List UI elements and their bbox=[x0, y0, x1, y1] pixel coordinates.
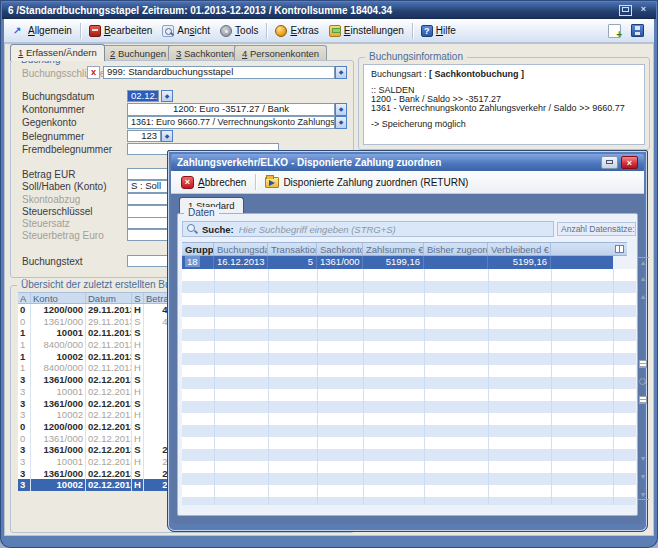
table-row[interactable]: 3 1361/000 02.12.2013 S 269 bbox=[18, 468, 180, 480]
buchungsdatum-input[interactable]: 02.12.2013 bbox=[127, 90, 159, 102]
application-window: 6 /Standardbuchungsstapel Zeitraum: 01.2… bbox=[0, 0, 658, 548]
kontonummer-dropdown-icon[interactable]: ◆ bbox=[335, 103, 347, 116]
table-row[interactable]: 3 1361/000 02.12.2013 S 39 bbox=[18, 374, 180, 386]
buchungsschluessel-combo[interactable]: 999: Standardbuchungsstapel bbox=[103, 66, 335, 79]
tab-buchungen[interactable]: 2 Buchungen bbox=[102, 45, 174, 61]
edit-book-icon bbox=[89, 25, 101, 37]
scroll-down-icon[interactable]: ▼ bbox=[637, 472, 649, 482]
table-row[interactable]: 0 1361/000 02.12.2013 H 94 bbox=[18, 433, 180, 445]
table-row[interactable]: 1 10001 02.11.2013 S 39 bbox=[18, 327, 180, 339]
table-row[interactable]: 3 10002 02.12.2013 H 54 bbox=[18, 409, 180, 421]
table-row[interactable]: 3 10001 02.12.2013 H 39 bbox=[18, 386, 180, 398]
menu-ansicht[interactable]: Ansicht bbox=[157, 23, 215, 39]
label-kontonummer: Kontonummer bbox=[22, 104, 85, 115]
tab-personenkonten[interactable]: 4 Personenkonten bbox=[234, 45, 327, 61]
menu-hilfe[interactable]: ? Hilfe bbox=[416, 23, 461, 39]
label-steuerschluessel: Steuerschlüssel bbox=[22, 206, 93, 217]
group-buchungsinformation: Buchungsinformation Buchungsart : [ Sach… bbox=[358, 57, 650, 150]
scroll-pagedown-icon[interactable]: ▼ bbox=[637, 454, 649, 464]
extras-gem-icon bbox=[275, 25, 287, 37]
table-row[interactable]: 0 1200/000 02.12.2013 S 94 bbox=[18, 421, 180, 433]
payment-row-selected[interactable]: 18 16.12.2013 /Mo 5 1361/000 5199,16 519… bbox=[182, 256, 613, 269]
label-buchungstext: Buchungstext bbox=[22, 256, 83, 267]
scroll-up-icon[interactable]: ▲ bbox=[637, 274, 649, 284]
info-box: Buchungsart : [ Sachkontobuchung ] :: SA… bbox=[363, 64, 645, 145]
label-steuerbetrag: Steuerbetrag Euro bbox=[22, 230, 104, 241]
label-skontoabzug: Skontoabzug bbox=[22, 194, 80, 205]
dialog-close-icon[interactable]: × bbox=[621, 156, 638, 169]
scroll-first-icon[interactable]: ▲ bbox=[637, 257, 649, 267]
tab-erfassen-aendern[interactable]: 1 Erfassen/Ändern bbox=[10, 44, 105, 61]
table-row[interactable]: 0 1361/000 29.11.2013 S 446 bbox=[18, 316, 180, 328]
table-row[interactable]: 3 10001 02.12.2013 H 249 bbox=[18, 456, 180, 468]
buchungsschluessel-dropdown-icon[interactable]: ◆ bbox=[335, 66, 347, 79]
save-icon[interactable] bbox=[631, 24, 644, 37]
menu-einstellungen[interactable]: Einstellungen bbox=[324, 23, 409, 39]
dialog-disponierte-zahlung: Zahlungsverkehr/ELKO - Disponierte Zahlu… bbox=[167, 150, 648, 532]
bookings-table: A Konto Datum S Betrag € 0 1200/000 29.1… bbox=[18, 292, 180, 491]
settings-panel-icon bbox=[329, 25, 341, 37]
table-row[interactable]: 3 1361/000 02.12.2013 S 54 bbox=[18, 398, 180, 410]
empty-rows-area bbox=[182, 269, 636, 505]
label-buchungsdatum: Buchungsdatum bbox=[22, 91, 94, 102]
restore-window-icon[interactable] bbox=[619, 5, 632, 16]
menu-bar: ↗ Allgemein Bearbeiten Ansicht Tools Ext… bbox=[4, 19, 654, 43]
payments-table-header[interactable]: Gruppe Buchungsdatum Transaktion Sachkon… bbox=[182, 242, 627, 256]
menu-separator bbox=[80, 23, 81, 39]
assign-payment-button[interactable]: Disponierte Zahlung zuordnen (RETURN) bbox=[260, 175, 473, 190]
gear-icon bbox=[220, 25, 232, 37]
list-view-icon[interactable] bbox=[639, 396, 647, 404]
menu-bearbeiten[interactable]: Bearbeiten bbox=[84, 23, 157, 39]
label-belegnummer: Belegnummer bbox=[22, 131, 84, 142]
cancel-button[interactable]: × Abbrechen bbox=[176, 174, 251, 191]
info-buchungsart: Buchungsart : [ Sachkontobuchung ] bbox=[371, 69, 524, 79]
search-icon bbox=[187, 224, 197, 234]
window-title: 6 /Standardbuchungsstapel Zeitraum: 01.2… bbox=[8, 5, 392, 16]
grid-view-icon[interactable] bbox=[639, 360, 647, 368]
assign-folder-icon bbox=[265, 177, 279, 188]
table-row[interactable]: 1 10002 02.11.2013 S 54 bbox=[18, 351, 180, 363]
table-row[interactable]: 1 8400/000 02.11.2013 H 33 bbox=[18, 339, 180, 351]
search-placeholder: Hier Suchbegriff eingeben (STRG+S) bbox=[239, 224, 396, 235]
label-steuersatz: Steuersatz bbox=[22, 218, 70, 229]
gegenkonto-dropdown-icon[interactable]: ◆ bbox=[335, 116, 347, 129]
menu-separator bbox=[412, 23, 413, 39]
label-betrag: Betrag EUR bbox=[22, 169, 75, 180]
belegnummer-input[interactable]: 123 bbox=[127, 130, 161, 142]
column-options-icon[interactable] bbox=[615, 245, 624, 253]
menu-tools[interactable]: Tools bbox=[215, 23, 263, 39]
help-icon: ? bbox=[421, 25, 433, 37]
close-window-icon[interactable]: × bbox=[637, 5, 650, 16]
label-sollhaben: Soll/Haben (Konto) bbox=[22, 181, 107, 192]
dialog-minimize-icon[interactable] bbox=[601, 156, 618, 169]
tab-sachkonten[interactable]: 3 Sachkonten bbox=[168, 45, 242, 61]
steuersatz-input[interactable] bbox=[127, 217, 172, 229]
info-saldo-1361: 1361 - Verrechnungskonto Zahlungsverkehr… bbox=[371, 103, 625, 113]
menu-extras[interactable]: Extras bbox=[270, 23, 323, 39]
view-magnifier-icon bbox=[162, 25, 174, 37]
bookings-table-header[interactable]: A Konto Datum S Betrag € bbox=[18, 292, 180, 304]
table-row[interactable]: 3 1361/000 02.12.2013 S 249 bbox=[18, 444, 180, 456]
cancel-x-icon: × bbox=[181, 176, 194, 189]
title-bar[interactable]: 6 /Standardbuchungsstapel Zeitraum: 01.2… bbox=[2, 2, 656, 19]
belegnummer-spinner-icon[interactable]: ◆ bbox=[161, 130, 173, 142]
table-row[interactable]: 1 8400/000 02.11.2013 H 45 bbox=[18, 362, 180, 374]
scroll-pageup-icon[interactable]: ▲ bbox=[637, 292, 649, 302]
gegenkonto-combo[interactable]: 1361: Euro 9660.77 / Verrechnungskonto Z… bbox=[127, 116, 335, 129]
zoom-row-icon[interactable] bbox=[639, 378, 647, 386]
scroll-last-icon[interactable]: ▼ bbox=[637, 490, 649, 500]
kontonummer-combo[interactable]: 1200: Euro -3517.27 / Bank bbox=[127, 103, 335, 116]
arrow-up-right-icon: ↗ bbox=[13, 25, 25, 37]
dialog-title: Zahlungsverkehr/ELKO - Disponierte Zahlu… bbox=[177, 157, 441, 168]
search-bar[interactable]: Suche: Hier Suchbegriff eingeben (STRG+S… bbox=[182, 221, 554, 237]
table-row[interactable]: 3 10002 02.12.2013 H 269 bbox=[18, 479, 180, 491]
dialog-title-bar[interactable]: Zahlungsverkehr/ELKO - Disponierte Zahlu… bbox=[171, 154, 644, 171]
dialog-group-daten-title: Daten bbox=[184, 207, 219, 218]
dialog-group-daten: Daten Suche: Hier Suchbegriff eingeben (… bbox=[177, 213, 638, 516]
new-document-icon[interactable] bbox=[608, 24, 621, 38]
clear-buchungsschluessel-icon[interactable]: x bbox=[87, 66, 100, 79]
table-nav-strip: ▲ ▲ ▲ ▼ ▼ ▼ bbox=[637, 242, 649, 505]
table-row[interactable]: 0 1200/000 29.11.2013 H 446 bbox=[18, 304, 180, 316]
buchungsdatum-spinner-icon[interactable]: ◆ bbox=[161, 90, 173, 102]
menu-allgemein[interactable]: ↗ Allgemein bbox=[8, 23, 77, 39]
